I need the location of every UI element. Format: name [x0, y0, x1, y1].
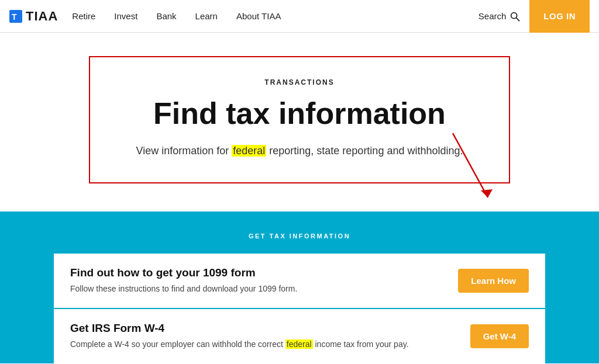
main-nav: Retire Invest Bank Learn About TIAA	[72, 11, 478, 21]
card-1099-desc: Follow these instructions to find and do…	[70, 283, 439, 295]
hero-desc-before: View information for	[136, 145, 232, 157]
card-w4-desc-highlight: federal	[285, 339, 313, 349]
svg-point-2	[511, 12, 517, 18]
login-button[interactable]: LOG IN	[529, 0, 590, 33]
card-1099-title: Find out how to get your 1099 form	[70, 266, 439, 279]
card-w4: Get IRS Form W-4 Complete a W-4 so your …	[54, 309, 545, 363]
svg-marker-5	[481, 189, 493, 197]
card-w4-desc-before: Complete a W-4 so your employer can with…	[70, 339, 285, 349]
header-right: Search LOG IN	[478, 0, 590, 33]
nav-item-bank[interactable]: Bank	[156, 11, 176, 21]
card-1099: Find out how to get your 1099 form Follo…	[54, 254, 545, 308]
nav-item-learn[interactable]: Learn	[195, 11, 218, 21]
hero-desc-after: reporting, state reporting and withholdi…	[266, 145, 463, 157]
search-icon	[510, 11, 520, 22]
hero-section: TRANSACTIONS Find tax information View i…	[0, 33, 599, 212]
card-w4-content: Get IRS Form W-4 Complete a W-4 so your …	[70, 322, 452, 351]
blue-section-label: GET TAX INFORMATION	[12, 233, 587, 240]
card-w4-desc-after: income tax from your pay.	[313, 339, 409, 349]
nav-item-invest[interactable]: Invest	[114, 11, 137, 21]
card-1099-content: Find out how to get your 1099 form Follo…	[70, 266, 439, 295]
search-area[interactable]: Search	[478, 11, 521, 22]
svg-text:T: T	[12, 12, 17, 22]
header: T TIAA Retire Invest Bank Learn About TI…	[0, 0, 599, 33]
hero-title: Find tax information	[125, 97, 474, 130]
tiaa-logo-icon: T	[9, 10, 22, 23]
logo[interactable]: T TIAA	[9, 9, 58, 24]
hero-box: TRANSACTIONS Find tax information View i…	[89, 56, 510, 183]
logo-text: TIAA	[26, 9, 58, 24]
card-1099-button[interactable]: Learn How	[458, 269, 529, 293]
cards-container: Find out how to get your 1099 form Follo…	[54, 254, 545, 363]
svg-line-3	[517, 18, 519, 20]
nav-item-retire[interactable]: Retire	[72, 11, 95, 21]
card-w4-title: Get IRS Form W-4	[70, 322, 452, 335]
card-w4-button[interactable]: Get W-4	[470, 324, 529, 348]
search-label: Search	[478, 11, 507, 21]
hero-label: TRANSACTIONS	[125, 78, 474, 86]
hero-desc-highlight: federal	[232, 145, 266, 157]
blue-section: GET TAX INFORMATION Find out how to get …	[0, 212, 599, 363]
card-w4-desc: Complete a W-4 so your employer can with…	[70, 338, 452, 351]
hero-desc: View information for federal reporting, …	[125, 143, 474, 159]
nav-item-about[interactable]: About TIAA	[236, 11, 281, 21]
